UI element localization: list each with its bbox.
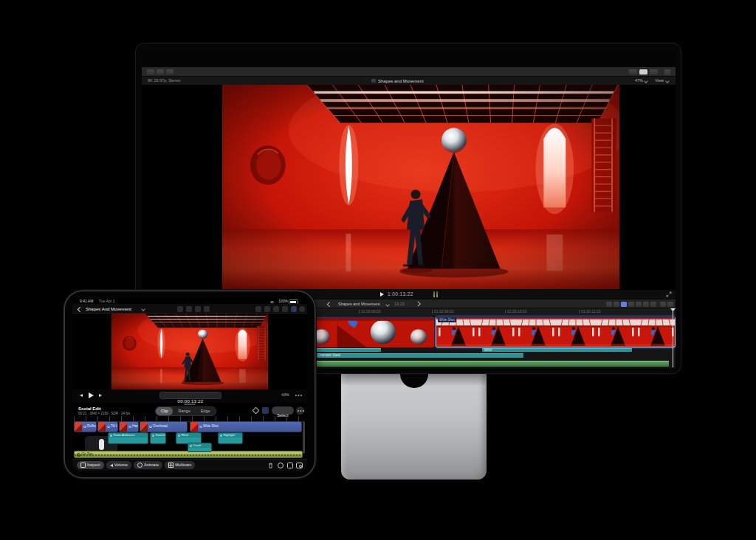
- panel-drag-handle[interactable]: [184, 404, 196, 406]
- connect-icon[interactable]: [614, 302, 619, 307]
- audio-meter-icon[interactable]: [278, 463, 284, 468]
- inspect-button[interactable]: Inspect: [77, 461, 104, 469]
- background-tasks-icon[interactable]: [166, 69, 173, 75]
- insert-icon[interactable]: [621, 302, 627, 307]
- browser-icon[interactable]: [186, 306, 192, 312]
- ipad-bottom-toolbar: Inspect Volume Animate Multicam: [72, 459, 307, 471]
- keyword-editor-icon[interactable]: [157, 69, 164, 75]
- trim-icon[interactable]: [650, 302, 656, 307]
- timeline-scrollbar[interactable]: [303, 421, 305, 454]
- clip-name-label: Rolling Ball: [87, 425, 97, 429]
- clip-icon: [199, 426, 202, 429]
- play-icon[interactable]: [380, 292, 384, 297]
- timecode-pill: 00:00:13:22: [159, 392, 221, 399]
- import-media-icon[interactable]: [147, 69, 154, 75]
- video-clip[interactable]: Overhead: [140, 421, 188, 432]
- audio-meter[interactable]: [436, 291, 438, 297]
- timeline-toggle-icon[interactable]: [639, 69, 647, 75]
- volume-button[interactable]: Volume: [106, 461, 131, 469]
- edit-mode-segmented-control[interactable]: Clip Range Edge: [155, 406, 216, 416]
- window-title: Shapes and Movement: [378, 79, 424, 83]
- overwrite-icon[interactable]: [636, 302, 642, 307]
- inspector-toggle-icon[interactable]: [650, 69, 658, 75]
- viewer-zoom-value[interactable]: 47%: [635, 79, 643, 83]
- video-clip[interactable]: Rolling Ball: [74, 421, 97, 432]
- clip-name-label: Room Ambience: [114, 434, 135, 437]
- audio-clip[interactable]: Room Ambience: [108, 432, 148, 444]
- video-clip[interactable]: Hands: [119, 421, 139, 432]
- mode-clip[interactable]: Clip: [156, 407, 173, 415]
- status-date: Tue Apr 1: [99, 300, 115, 303]
- clip-icon: [149, 426, 152, 429]
- screen-mirroring-icon[interactable]: [291, 306, 297, 312]
- timeline-index-icon[interactable]: [606, 302, 612, 307]
- chevron-down-icon: [665, 79, 670, 83]
- clip-icon: [152, 435, 154, 437]
- animate-button[interactable]: Animate: [134, 461, 162, 469]
- mode-edge[interactable]: Edge: [196, 407, 216, 415]
- display-stand: [341, 371, 487, 480]
- voiceover-mic-icon[interactable]: [195, 306, 201, 312]
- clip-thumbnail: [120, 422, 127, 432]
- audio-clip[interactable]: Swoosh: [150, 432, 166, 444]
- keyframe-icon[interactable]: [252, 407, 260, 415]
- audio-clip[interactable]: Highlight: [218, 432, 243, 444]
- multicam-icon: [168, 463, 173, 468]
- select-button[interactable]: Select: [272, 406, 294, 415]
- clip-icon: [110, 435, 112, 437]
- video-clip[interactable]: Wide Shot: [190, 421, 302, 432]
- timeline-back-icon[interactable]: [327, 302, 331, 306]
- display-options-icon[interactable]: [282, 306, 288, 312]
- back-icon[interactable]: [78, 307, 82, 311]
- video-clip-wide-shot[interactable]: Wide Shot: [436, 316, 676, 347]
- project-name: Social Edit: [78, 406, 101, 411]
- audio-clip-whirl[interactable]: [482, 348, 632, 352]
- nav-title[interactable]: Shapes And Movement: [86, 307, 131, 311]
- more-icon[interactable]: [295, 395, 297, 396]
- clip-thumbnail: [75, 422, 82, 432]
- skimming-icon[interactable]: [660, 302, 666, 307]
- capture-icon[interactable]: [177, 306, 183, 312]
- fullscreen-icon[interactable]: [273, 306, 279, 312]
- ipad: 9:41 AM Tue Apr 1 100% Shapes And Moveme…: [65, 291, 315, 477]
- clip-thumbnail: [98, 422, 106, 432]
- connect-camera-icon[interactable]: [296, 463, 303, 468]
- skip-forward-icon[interactable]: [99, 394, 102, 397]
- clip-name-label: Wind: [182, 434, 188, 437]
- viewer-quality-icon[interactable]: [264, 306, 270, 312]
- audio-clip[interactable]: Crash: [188, 443, 212, 452]
- multicam-button[interactable]: Multicam: [165, 461, 195, 469]
- playhead[interactable]: [673, 308, 673, 367]
- delete-icon[interactable]: [268, 463, 273, 468]
- tools-menu-icon[interactable]: [643, 302, 649, 307]
- append-icon[interactable]: [628, 302, 634, 307]
- browser-toggle-icon[interactable]: [629, 69, 637, 75]
- export-icon[interactable]: [287, 463, 293, 468]
- jog-handle[interactable]: [99, 439, 104, 450]
- project-meta: 00:21 · 3840 × 2160 · SDR · 24 fps: [78, 412, 130, 416]
- play-icon[interactable]: [89, 392, 94, 398]
- clip-icon: [128, 426, 131, 429]
- import-icon[interactable]: [204, 306, 210, 312]
- clip-name-label: Wide Shot: [438, 318, 456, 322]
- fullscreen-icon[interactable]: [666, 291, 672, 297]
- clip-name-label: Tilt Up: [111, 425, 118, 429]
- video-clip[interactable]: Tilt Up: [97, 421, 118, 432]
- snapping-icon[interactable]: [667, 302, 673, 307]
- timeline-forward-icon[interactable]: [416, 302, 420, 306]
- more-icon[interactable]: [296, 406, 304, 415]
- clip-name-label: Highlight: [224, 434, 236, 437]
- timeline-project[interactable]: Shapes and Movement: [338, 302, 380, 307]
- audio-meter[interactable]: [433, 291, 435, 297]
- magnetic-timeline-icon[interactable]: [262, 407, 269, 414]
- chevron-down-icon: [141, 307, 145, 311]
- view-menu[interactable]: View: [655, 79, 664, 83]
- chevron-down-icon: [644, 79, 648, 83]
- share-icon[interactable]: [664, 69, 670, 75]
- help-icon[interactable]: [299, 306, 305, 312]
- skip-back-icon[interactable]: [80, 394, 83, 397]
- undo-icon[interactable]: [255, 306, 261, 312]
- clip-name-label: Swoosh: [156, 434, 166, 437]
- viewer-zoom-value[interactable]: 43%: [281, 393, 289, 398]
- mode-range[interactable]: Range: [173, 407, 195, 415]
